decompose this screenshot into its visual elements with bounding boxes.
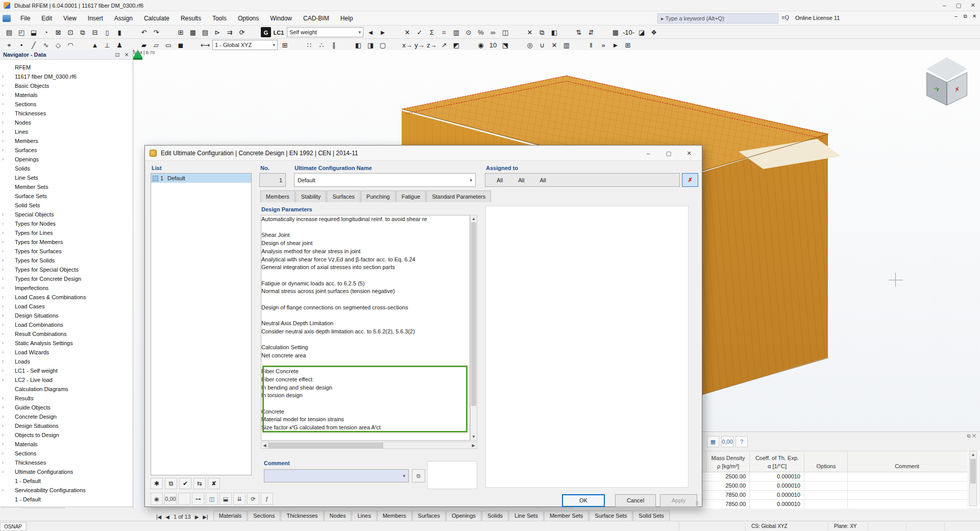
thermal-coeff-cell[interactable]: 0.000010 <box>749 500 804 509</box>
design-parameter-row[interactable]: Design of flange connections on segmente… <box>261 304 470 312</box>
tree-expander-icon[interactable]: › <box>0 421 6 430</box>
tree-expander-icon[interactable]: › <box>0 210 6 219</box>
print-icon[interactable]: ⊟ <box>89 27 101 37</box>
table-goto-icon[interactable]: ⊳ <box>212 27 223 37</box>
tree-item[interactable]: › Objects to Design <box>0 430 133 440</box>
tree-item[interactable]: › Results <box>0 394 133 403</box>
thermal-coeff-cell[interactable]: 0.000010 <box>749 481 804 490</box>
color-swatch-button[interactable] <box>178 493 190 505</box>
email-icon[interactable]: ⊠ <box>53 27 64 37</box>
table-tab[interactable]: Openings <box>446 511 481 521</box>
tree-expander-icon[interactable]: › <box>0 127 6 136</box>
dialog-minimize-button[interactable]: – <box>642 148 655 159</box>
design-parameter-row[interactable] <box>261 272 470 280</box>
member-support-icon[interactable]: ♟ <box>114 40 125 50</box>
params-vertical-scrollbar[interactable]: ▲▼ <box>470 215 477 441</box>
save-default-button[interactable]: ⬓ <box>219 493 232 505</box>
tree-item[interactable]: › Guide Objects <box>0 403 133 412</box>
design-parameter-row[interactable] <box>261 400 470 408</box>
tree-item[interactable]: 1 - Default <box>0 476 133 486</box>
delete-guides-icon[interactable]: ✕ <box>549 40 560 50</box>
visibility-objects-icon[interactable]: ◉ <box>475 40 486 50</box>
comment-copy-button[interactable]: ⧉ <box>412 469 425 482</box>
design-parameter-row[interactable]: Net concrete area <box>261 352 470 360</box>
split-view-icon[interactable]: ‖ <box>585 40 597 50</box>
tree-item[interactable]: › Types for Surfaces <box>0 247 133 256</box>
tree-item[interactable]: › Materials <box>0 440 133 449</box>
options-cell[interactable]: ⚙ <box>804 472 847 481</box>
thermal-coeff-cell[interactable]: 0.000010 <box>749 491 804 499</box>
clear-assignment-button[interactable]: ✗ <box>682 173 698 187</box>
tree-item[interactable]: Surface Sets <box>0 191 133 201</box>
export-settings-button[interactable]: ⇊ <box>233 493 246 505</box>
dialog-resize-grip[interactable]: ⠿ <box>695 501 699 506</box>
panel-close-icon[interactable]: ✕ <box>972 433 976 439</box>
decimal-places-button[interactable]: 0,00 <box>164 493 177 505</box>
table-tab[interactable]: Thicknesses <box>281 511 323 521</box>
new-window-icon[interactable]: ⧉ <box>77 27 88 37</box>
design-parameter-row[interactable]: In torsion design <box>261 392 470 400</box>
view-z-icon[interactable]: z→ <box>426 40 437 50</box>
tree-item[interactable]: › Loads <box>0 357 133 366</box>
mdi-restore-button[interactable]: ⧉ <box>961 13 970 19</box>
configuration-list-item[interactable]: 1 Default <box>151 174 251 183</box>
render-wireframe-icon[interactable]: ▢ <box>377 40 388 50</box>
navigator-close-icon[interactable]: ✕ <box>122 51 131 59</box>
search-input[interactable]: ▸ Type a keyword (Alt+Q) <box>657 13 778 23</box>
tree-expander-icon[interactable]: › <box>0 109 6 118</box>
comment-cell[interactable] <box>847 500 967 509</box>
previous-load-case-icon[interactable]: ◄ <box>365 27 376 37</box>
tree-expander-icon[interactable]: › <box>0 430 6 440</box>
table-scrollbar[interactable]: ▲ <box>969 451 977 506</box>
last-page-icon[interactable]: ▶| <box>201 514 210 520</box>
dialog-tab[interactable]: Fatigue <box>396 190 426 202</box>
design-parameter-row[interactable]: Consider neutral axis depth limitation a… <box>261 328 470 336</box>
report-icon[interactable]: ▮ <box>114 27 125 37</box>
more-tools-icon[interactable]: » <box>598 40 609 50</box>
table-tab[interactable]: Surfaces <box>412 511 446 521</box>
columns-icon[interactable]: ▥ <box>561 40 572 50</box>
tree-item[interactable]: › Imperfections <box>0 283 133 293</box>
params-horizontal-scrollbar[interactable]: ◀▶ <box>261 442 477 449</box>
mass-density-cell[interactable]: 7850.00 <box>706 500 749 509</box>
sort-icon[interactable]: ⇅ <box>573 27 584 37</box>
numbering-icon[interactable]: 10 <box>487 40 499 50</box>
design-parameter-row[interactable]: Analysis method for shear stress in join… <box>261 248 470 256</box>
tree-item[interactable]: Solid Sets <box>0 201 133 210</box>
thermal-coeff-cell[interactable]: 0.000010 <box>749 472 804 481</box>
grid-icon[interactable]: ∷ <box>304 40 315 50</box>
mass-density-cell[interactable]: 2500.00 <box>706 472 749 481</box>
new-model-icon[interactable]: ▤ <box>4 27 15 37</box>
table-decimals-icon[interactable]: 0,00 <box>721 436 733 447</box>
open-model-icon[interactable]: ◰ <box>16 27 27 37</box>
design-parameter-row[interactable]: Calculation Setting <box>261 344 470 352</box>
tree-expander-icon[interactable]: › <box>0 72 6 81</box>
comment-select[interactable] <box>264 469 409 482</box>
render-solid-icon[interactable]: ◧ <box>353 40 364 50</box>
design-parameter-row[interactable]: Fiber Concrete <box>261 368 470 376</box>
tree-expander-icon[interactable]: › <box>0 237 6 247</box>
tree-expander-icon[interactable]: › <box>0 228 6 237</box>
selection-box-icon[interactable]: ◩ <box>451 40 462 50</box>
plate-tool-icon[interactable]: ▱ <box>151 40 162 50</box>
tree-item[interactable]: › Thicknesses <box>0 458 133 467</box>
tree-item[interactable]: › Thicknesses <box>0 109 133 118</box>
delete-object-icon[interactable]: ✕ <box>524 27 535 37</box>
select-tool-icon[interactable]: ⌖ <box>4 40 15 50</box>
table-tab[interactable]: Member Sets <box>544 511 589 521</box>
tree-expander-icon[interactable]: › <box>0 283 6 293</box>
printout-report-icon[interactable]: ▯ <box>102 27 113 37</box>
table-tab[interactable]: Surface Sets <box>589 511 632 521</box>
options-cell[interactable]: ⚙ <box>804 491 847 499</box>
tree-item[interactable]: › Types for Concrete Design <box>0 274 133 283</box>
design-parameter-row[interactable]: Normal stress across joint surfaces (ten… <box>261 287 470 296</box>
menu-item[interactable]: Edit <box>36 11 58 26</box>
dialog-title-bar[interactable]: Edit Ultimate Configuration | Concrete D… <box>145 146 702 161</box>
tree-item[interactable]: › Lines <box>0 127 133 136</box>
menu-item[interactable]: Results <box>175 11 207 26</box>
edit-table-icon[interactable]: ▦ <box>707 436 719 447</box>
tree-item[interactable]: › Load Cases <box>0 302 133 311</box>
opening-tool-icon[interactable]: ▭ <box>163 40 174 50</box>
comment-cell[interactable] <box>847 472 967 481</box>
table-tab[interactable]: Line Sets <box>509 511 544 521</box>
